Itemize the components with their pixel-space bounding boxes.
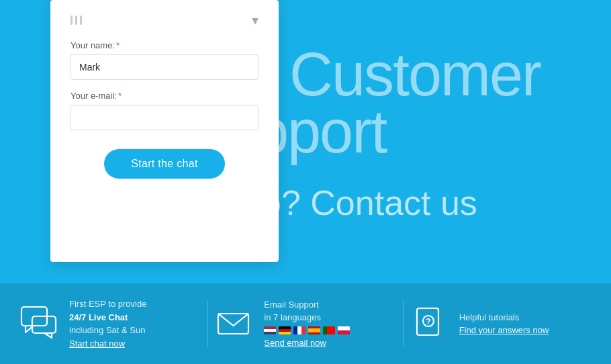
flag-fr [293, 326, 306, 334]
tutorials-text: Helpful tutorials Find your answers now [459, 311, 549, 337]
email-support-text: Email Support in 7 languages Send email … [264, 298, 350, 350]
start-chat-now-link[interactable]: Start chat now [69, 338, 125, 349]
flag-row [264, 326, 350, 334]
tutorials-section: ? Helpful tutorials Find your answers no… [404, 304, 598, 344]
name-field-group: Your name:* [70, 40, 258, 80]
drag-line-3 [80, 15, 82, 25]
panel-topbar: ▾ [70, 13, 258, 27]
drag-handle [70, 15, 82, 25]
drag-line-2 [75, 15, 77, 25]
email-support-section: Email Support in 7 languages Send email … [208, 298, 402, 350]
chat-icon [20, 304, 57, 344]
email-icon [215, 304, 252, 344]
email-field-group: Your e-mail:* [70, 91, 258, 130]
live-chat-text: First ESP to provide 24/7 Live Chat incl… [69, 298, 146, 350]
bg-contact-text: o? Contact us [262, 183, 477, 223]
start-chat-button[interactable]: Start the chat [104, 149, 224, 179]
svg-text:?: ? [426, 317, 430, 326]
live-chat-section: First ESP to provide 24/7 Live Chat incl… [13, 298, 207, 350]
flag-es [308, 326, 320, 334]
chat-panel: ▾ Your name:* Your e-mail:* Start the ch… [50, 0, 279, 262]
drag-line-1 [70, 15, 73, 25]
bg-customer-text: r Customer [255, 40, 540, 109]
flag-pl [338, 326, 350, 334]
svg-rect-1 [32, 316, 56, 333]
email-label: Your e-mail:* [70, 91, 258, 101]
flag-us [264, 326, 276, 334]
name-label: Your name:* [70, 40, 258, 50]
flag-pt [323, 326, 335, 334]
send-email-link[interactable]: Send email now [264, 338, 326, 348]
name-input[interactable] [70, 54, 258, 80]
panel-close-button[interactable]: ▾ [252, 13, 258, 27]
find-answers-link[interactable]: Find your answers now [459, 325, 549, 335]
email-input[interactable] [70, 105, 258, 130]
book-icon: ? [410, 304, 447, 344]
flag-de [279, 326, 291, 334]
bottom-bar: First ESP to provide 24/7 Live Chat incl… [0, 283, 611, 364]
